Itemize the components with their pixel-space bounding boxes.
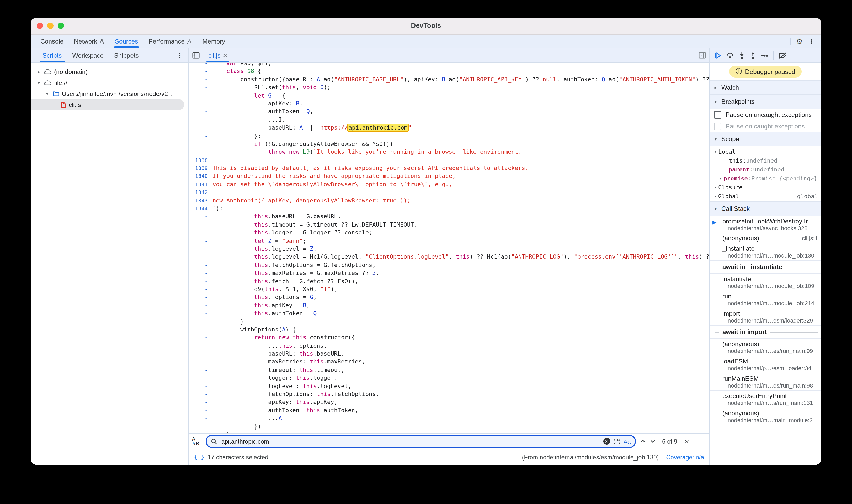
gutter-dash[interactable]: - bbox=[189, 285, 212, 293]
gutter-dash[interactable]: - bbox=[189, 390, 212, 398]
code-line[interactable]: -this.logLevel = Z, bbox=[189, 245, 709, 253]
settings-gear-icon[interactable]: ⚙ bbox=[796, 37, 803, 45]
gutter-dash[interactable]: - bbox=[189, 108, 212, 116]
code-line[interactable]: -this.timeout = G.timeout ?? Lw.DEFAULT_… bbox=[189, 221, 709, 229]
breakpoint-option[interactable]: Pause on uncaught exceptions bbox=[710, 109, 821, 121]
code-line[interactable]: -this._options = G, bbox=[189, 293, 709, 302]
call-stack-frame[interactable]: (anonymous)cli.js:1 bbox=[710, 233, 821, 244]
code-line[interactable]: -authToken: this.authToken, bbox=[189, 407, 709, 415]
call-stack-frame[interactable]: runnode:internal/m…module_job:214 bbox=[710, 291, 821, 308]
code-line[interactable]: 1340If you understand the risks and have… bbox=[189, 172, 709, 180]
code-line[interactable]: -let G = { bbox=[189, 91, 709, 100]
gutter-dash[interactable]: - bbox=[189, 277, 212, 285]
gutter-line-number[interactable]: 1338 bbox=[189, 156, 212, 164]
scope-row[interactable]: ▸Closure bbox=[710, 183, 821, 192]
code-line[interactable]: -...this._options, bbox=[189, 342, 709, 350]
code-line[interactable]: -logger: this.logger, bbox=[189, 374, 709, 382]
gutter-dash[interactable]: - bbox=[189, 414, 212, 422]
step-over-icon[interactable] bbox=[726, 52, 734, 59]
gutter-dash[interactable]: - bbox=[189, 245, 212, 253]
gutter-dash[interactable]: - bbox=[189, 253, 212, 261]
main-tab-console[interactable]: Console bbox=[35, 35, 69, 48]
main-tab-sources[interactable]: Sources bbox=[110, 35, 143, 48]
clear-search-icon[interactable]: ✕ bbox=[603, 438, 610, 445]
code-line[interactable]: -var Xs0, $F1; bbox=[189, 63, 709, 67]
main-tab-memory[interactable]: Memory bbox=[197, 35, 231, 48]
file-tree-item--no-domain-[interactable]: ▸(no domain) bbox=[31, 66, 188, 77]
navigator-tab-snippets[interactable]: Snippets bbox=[109, 48, 144, 62]
code-line[interactable]: -apiKey: B, bbox=[189, 100, 709, 108]
code-line[interactable]: 1344`); bbox=[189, 204, 709, 213]
code-line[interactable]: -withOptions(A) { bbox=[189, 326, 709, 334]
code-line[interactable]: -logLevel: this.logLevel, bbox=[189, 382, 709, 390]
tab-cli-js[interactable]: cli.js × bbox=[203, 48, 232, 62]
gutter-dash[interactable]: - bbox=[189, 374, 212, 382]
more-options-icon[interactable]: ⋮ bbox=[808, 38, 815, 44]
gutter-line-number[interactable]: 1344 bbox=[189, 204, 212, 213]
code-line[interactable]: -maxRetries: this.maxRetries, bbox=[189, 358, 709, 366]
code-line[interactable]: -}) bbox=[189, 422, 709, 431]
code-editor[interactable]: -var Xs0, $F1;-class $8 {-constructor({b… bbox=[189, 63, 709, 433]
gutter-dash[interactable]: - bbox=[189, 229, 212, 237]
gutter-dash[interactable]: - bbox=[189, 398, 212, 407]
gutter-dash[interactable]: - bbox=[189, 301, 212, 309]
gutter-dash[interactable]: - bbox=[189, 422, 212, 431]
scope-row[interactable]: this: undefined bbox=[710, 156, 821, 165]
tree-caret-icon[interactable]: ▸ bbox=[36, 69, 41, 74]
call-stack-frame[interactable]: (anonymous)node:internal/m…main_module:2 bbox=[710, 408, 821, 425]
match-case-toggle[interactable]: Aa bbox=[623, 438, 631, 445]
gutter-dash[interactable]: - bbox=[189, 91, 212, 100]
code-line[interactable]: -apiKey: this.apiKey, bbox=[189, 398, 709, 407]
code-line[interactable]: -...I, bbox=[189, 116, 709, 124]
coverage-link[interactable]: Coverage: n/a bbox=[666, 454, 704, 460]
scope-row[interactable]: ▾Local bbox=[710, 147, 821, 156]
gutter-dash[interactable]: - bbox=[189, 318, 212, 326]
navigator-tab-workspace[interactable]: Workspace bbox=[67, 48, 109, 62]
section-watch[interactable]: ▸ Watch bbox=[710, 80, 821, 95]
hide-navigator-icon[interactable] bbox=[192, 51, 200, 59]
main-tab-network[interactable]: Network bbox=[69, 35, 110, 48]
gutter-dash[interactable]: - bbox=[189, 407, 212, 415]
gutter-line-number[interactable]: 1342 bbox=[189, 188, 212, 197]
code-line[interactable]: 1338 bbox=[189, 156, 709, 164]
gutter-dash[interactable]: - bbox=[189, 213, 212, 221]
code-line[interactable]: 1342 bbox=[189, 188, 709, 197]
gutter-dash[interactable]: - bbox=[189, 221, 212, 229]
code-line[interactable]: -} bbox=[189, 431, 709, 433]
gutter-line-number[interactable]: 1341 bbox=[189, 180, 212, 188]
file-tree-item-file-[interactable]: ▾file:// bbox=[31, 77, 188, 88]
call-stack-frame[interactable]: importnode:internal/m…esm/loader:329 bbox=[710, 308, 821, 326]
code-line[interactable]: 1343new Anthropic({ apiKey, dangerouslyA… bbox=[189, 196, 709, 204]
navigator-more-icon[interactable]: ⋮ bbox=[176, 52, 183, 59]
gutter-dash[interactable]: - bbox=[189, 350, 212, 358]
section-breakpoints[interactable]: ▾ Breakpoints bbox=[710, 94, 821, 109]
scope-row[interactable]: parent: undefined bbox=[710, 165, 821, 174]
gutter-dash[interactable]: - bbox=[189, 100, 212, 108]
gutter-dash[interactable]: - bbox=[189, 431, 212, 433]
code-line[interactable]: -...A bbox=[189, 414, 709, 422]
gutter-dash[interactable]: - bbox=[189, 366, 212, 374]
call-stack-frame[interactable]: runMainESMnode:internal/m…es/run_main:98 bbox=[710, 373, 821, 391]
gutter-dash[interactable]: - bbox=[189, 148, 212, 156]
code-line[interactable]: -this.fetchOptions = G.fetchOptions, bbox=[189, 261, 709, 269]
code-line[interactable]: -return new this.constructor({ bbox=[189, 334, 709, 342]
section-call-stack[interactable]: ▾ Call Stack bbox=[710, 201, 821, 216]
gutter-dash[interactable]: - bbox=[189, 124, 212, 132]
file-tree-item-users-jinhuilee-nvm-versions-node-v2-[interactable]: ▾Users/jinhuilee/.nvm/versions/node/v2… bbox=[31, 88, 188, 99]
search-input[interactable] bbox=[220, 438, 600, 445]
pretty-print-icon[interactable]: { } bbox=[194, 454, 205, 461]
navigator-tab-scripts[interactable]: Scripts bbox=[37, 48, 67, 62]
code-line[interactable]: -this.logLevel = Hc1(G.logLevel, "Client… bbox=[189, 253, 709, 261]
gutter-dash[interactable]: - bbox=[189, 293, 212, 302]
call-stack-frame[interactable]: instantiatenode:internal/m…module_job:10… bbox=[710, 274, 821, 291]
code-line[interactable]: -this.logger = G.logger ?? console; bbox=[189, 229, 709, 237]
gutter-dash[interactable]: - bbox=[189, 132, 212, 140]
code-line[interactable]: 1341you can set the \`dangerouslyAllowBr… bbox=[189, 180, 709, 188]
code-line[interactable]: -$F1.set(this, void 0); bbox=[189, 84, 709, 91]
tree-caret-icon[interactable]: ▾ bbox=[45, 91, 50, 96]
code-line[interactable]: -this.authToken = Q bbox=[189, 309, 709, 318]
gutter-dash[interactable]: - bbox=[189, 84, 212, 91]
scope-row[interactable]: ▸Globalglobal bbox=[710, 192, 821, 201]
call-stack-frame[interactable]: _instantiatenode:internal/m…module_job:1… bbox=[710, 244, 821, 260]
gutter-dash[interactable]: - bbox=[189, 326, 212, 334]
